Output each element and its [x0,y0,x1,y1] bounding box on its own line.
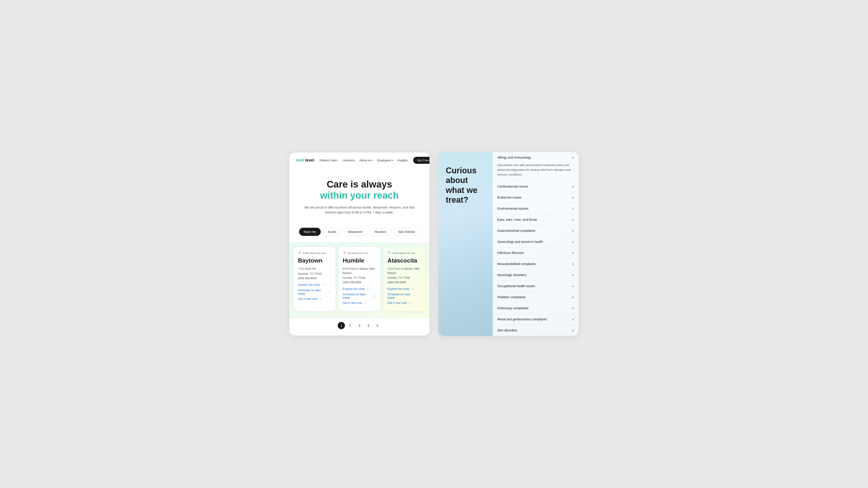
filter-tabs: Near me Austin Beaumont Houston San Anto… [289,228,430,236]
accordion-label-endocrine: Endocrine issues [497,196,522,199]
accordion-item-renal: Renal and genitourinary complaints ∨ [493,314,579,325]
accordion-item-eyes: Eyes, ears, nose, and throat ∨ [493,214,579,225]
arrow-right-icon: → [408,301,411,305]
accordion-item-pulmonary: Pulmonary complaints ∨ [493,303,579,314]
schedule-later-label: Schedule for later today [388,293,416,299]
page-5-button[interactable]: 5 [374,322,381,329]
explore-clinic-label: Explore the clinic [343,287,365,291]
schedule-later-humble[interactable]: Schedule for later today → [343,293,376,299]
get-in-line-atascocita[interactable]: Get in line now → [388,301,421,305]
page-2-button[interactable]: 2 [347,322,354,329]
nav-locations[interactable]: Locations [342,159,355,162]
accordion-item-cardiovascular: Cardiovascular issues ∨ [493,181,579,192]
get-in-line-label: Get in line now [388,301,407,304]
schedule-later-baytown[interactable]: Schedule for later today → [298,289,331,295]
hero-section: Care is always within your reach We are … [289,168,430,222]
chevron-down-icon: ▾ [372,159,373,162]
chevron-down-icon: ∨ [572,318,574,321]
location-pin-icon: 📍 [298,251,302,255]
accordion-header-environmental[interactable]: Environmental injuries ∨ [493,203,579,214]
filter-tab-near-me[interactable]: Near me [299,228,321,236]
explore-clinic-label: Explore the clinic [388,287,410,291]
accordion-header-neurologic[interactable]: Neurologic disorders ∨ [493,269,579,281]
accordion-item-gynecology: Gynecology and women's health ∨ [493,236,579,248]
chevron-down-icon: ∨ [572,273,574,277]
schedule-later-atascocita[interactable]: Schedule for later today → [388,293,421,299]
arrow-right-icon: → [411,287,414,291]
filter-tab-san-antonio[interactable]: San Antonio [393,228,420,236]
chevron-down-icon: ∨ [572,262,574,266]
accordion-header-pediatric[interactable]: Pediatric complaints ∨ [493,292,579,302]
logo-next: next [296,158,304,162]
get-in-line-label: Get in line now [298,297,317,300]
filter-tab-beaumont[interactable]: Beaumont [344,228,368,236]
accordion-header-musculoskeletal[interactable]: Musculoskeletal complaints ∨ [493,258,579,269]
explore-clinic-humble[interactable]: Explore the clinic → [343,287,376,291]
chevron-down-icon: ∨ [572,284,574,288]
nav-insights[interactable]: Insights [398,159,408,162]
accordion-label-renal: Renal and genitourinary complaints [497,318,547,321]
clinic-phone-baytown: (999) 999-9999 [298,277,331,280]
page-4-button[interactable]: 4 [365,322,372,329]
accordion-item-infectious: Infectious illnesses ∨ [493,248,579,258]
accordion-header-cardiovascular[interactable]: Cardiovascular issues ∨ [493,181,579,192]
hero-subtitle: We are proud to offer locations all acro… [303,205,416,215]
get-in-line-baytown[interactable]: Get in line now → [298,297,331,301]
filter-tab-austin[interactable]: Austin [323,228,341,236]
distance-text-humble: 4mi away from you [347,252,368,254]
chevron-down-icon: ∨ [572,240,574,243]
distance-badge-atascocita: 📍 4.5mi away from you [388,251,421,255]
left-card: next level Patient Care ▾ Locations Abou… [289,153,430,335]
get-care-button[interactable]: Get Care [413,157,430,164]
get-in-line-humble[interactable]: Get in line now → [343,301,376,305]
arrow-right-icon: → [364,301,367,305]
arrow-right-icon: → [328,290,331,294]
accordion-header-pulmonary[interactable]: Pulmonary complaints ∨ [493,303,579,314]
accordion-header-endocrine[interactable]: Endocrine issues ∨ [493,192,579,203]
accordion-panel: Allergy and immunology ∧ Specialized car… [493,152,579,336]
chevron-down-icon: ∨ [572,185,574,188]
filter-tab-houston[interactable]: Houston [370,228,391,236]
accordion-item-skin: Skin disorders ∨ [493,325,579,336]
accordion-label-neurologic: Neurologic disorders [497,273,526,277]
schedule-later-label: Schedule for later today [343,293,372,299]
accordion-header-occupational[interactable]: Occupational health issues ∨ [493,281,579,291]
nav-employers[interactable]: Employers ▾ [377,159,393,162]
accordion-label-gynecology: Gynecology and women's health [497,240,543,243]
explore-clinic-atascocita[interactable]: Explore the clinic → [388,287,421,291]
explore-clinic-baytown[interactable]: Explore the clinic → [298,283,331,287]
clinic-address1-humble: 9729 Farm to Market 1960 Bypass [343,267,376,275]
accordion-label-environmental: Environmental injuries [497,207,528,210]
accordion-header-allergy[interactable]: Allergy and immunology ∧ [493,152,579,163]
accordion-header-renal[interactable]: Renal and genitourinary complaints ∨ [493,314,579,325]
get-in-line-label: Get in line now [343,301,362,304]
clinic-card-atascocita: 📍 4.5mi away from you Atascocita 7120 Fa… [383,247,425,311]
accordion-item-neurologic: Neurologic disorders ∨ [493,269,579,281]
accordion-header-infectious[interactable]: Infectious illnesses ∨ [493,248,579,258]
page-1-button[interactable]: 1 [338,322,345,329]
arrow-right-icon: → [319,297,322,301]
nav-patient-care[interactable]: Patient Care ▾ [320,159,338,162]
accordion-label-musculoskeletal: Musculoskeletal complaints [497,262,536,266]
arrow-right-icon: → [321,283,324,287]
distance-text-atascocita: 4.5mi away from you [392,252,415,254]
chevron-up-icon: ∧ [572,156,574,159]
accordion-label-cardiovascular: Cardiovascular issues [497,185,528,188]
accordion-header-gastrointestinal[interactable]: Gastrointestinal complaints ∨ [493,225,579,236]
nav-about-us[interactable]: About us ▾ [360,159,373,162]
accordion-content-allergy: Specialized care with personalized treat… [493,163,579,181]
accordion-label-pediatric: Pediatric complaints [497,295,526,299]
hero-title-line2: within your reach [303,190,416,201]
clinic-name-baytown: Baytown [298,257,331,264]
accordion-header-skin[interactable]: Skin disorders ∨ [493,325,579,336]
clinic-cards-container: 📍 3.9mi away from you Baytown 7710 Garth… [289,242,430,318]
accordion-header-eyes[interactable]: Eyes, ears, nose, and throat ∨ [493,214,579,225]
logo: next level [296,158,314,163]
chevron-down-icon: ▾ [337,159,338,162]
accordion-item-occupational: Occupational health issues ∨ [493,281,579,292]
explore-clinic-label: Explore the clinic [298,283,320,287]
accordion-header-gynecology[interactable]: Gynecology and women's health ∨ [493,236,579,247]
arrow-right-icon: → [366,287,369,291]
page-3-button[interactable]: 3 [356,322,363,329]
distance-badge-baytown: 📍 3.9mi away from you [298,251,331,255]
